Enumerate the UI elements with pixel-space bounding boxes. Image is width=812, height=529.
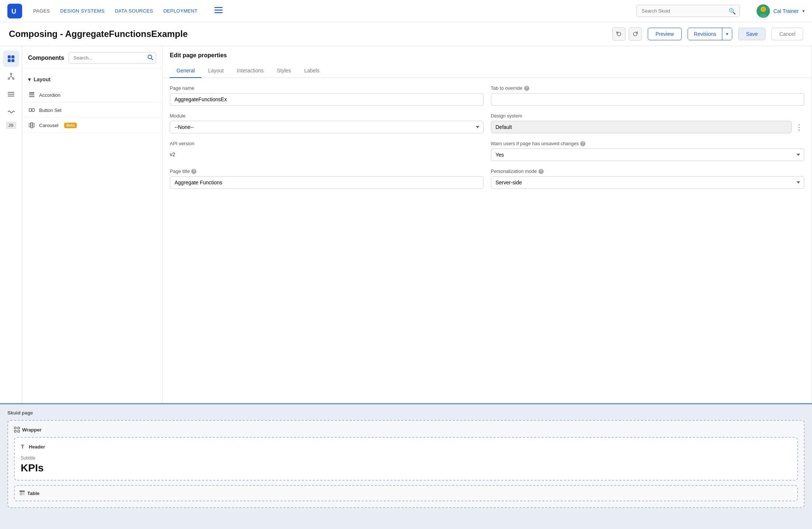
field-warn-users: Warn users if page has unsaved changes ?… <box>491 141 805 161</box>
tab-labels[interactable]: Labels <box>297 64 326 78</box>
svg-rect-12 <box>8 59 11 62</box>
header-box[interactable]: T Header Subtitle KPIs <box>14 437 798 481</box>
edit-panel-header: Edit page properties General Layout Inte… <box>162 46 812 78</box>
wrapper-box[interactable]: Wrapper T Header Subtitle KPIs Table <box>7 420 805 508</box>
undo-button[interactable] <box>612 27 626 41</box>
design-system-row: ⋮ <box>491 121 805 133</box>
sidebar-icon-components[interactable] <box>3 51 19 67</box>
svg-line-24 <box>151 58 153 60</box>
header-label: T Header <box>21 444 791 450</box>
logo[interactable]: U <box>7 4 22 18</box>
components-search-input[interactable] <box>69 52 156 64</box>
top-nav: U PAGES DESIGN SYSTEMS DATA SOURCES DEPL… <box>0 0 812 22</box>
component-item-buttonset[interactable]: Button Set <box>22 103 162 118</box>
subtitle-text: Subtitle <box>21 455 791 461</box>
svg-rect-26 <box>29 94 34 95</box>
svg-rect-10 <box>8 55 11 58</box>
component-item-accordion[interactable]: Accordion <box>22 88 162 103</box>
design-system-input[interactable] <box>491 121 792 133</box>
personalization-info-icon[interactable]: ? <box>539 169 544 174</box>
components-title: Components <box>28 55 64 61</box>
component-item-carousel[interactable]: Carousel Beta <box>22 118 162 133</box>
svg-line-18 <box>9 76 11 78</box>
nav-data-sources[interactable]: DATA SOURCES <box>115 8 153 14</box>
preview-button[interactable]: Preview <box>648 28 682 40</box>
tab-styles[interactable]: Styles <box>270 64 297 78</box>
sidebar-icon-tree[interactable] <box>3 68 19 85</box>
layout-chevron-icon: ▾ <box>28 76 31 82</box>
svg-rect-28 <box>29 109 31 112</box>
svg-rect-38 <box>20 491 25 492</box>
tab-override-input[interactable] <box>491 93 805 106</box>
search-components <box>69 52 156 64</box>
sidebar-icon-analytics[interactable] <box>3 104 19 120</box>
sidebar-icon-js[interactable]: JS <box>6 122 16 129</box>
user-name[interactable]: Cal Trainer <box>774 8 799 14</box>
warn-users-select[interactable]: Yes <box>491 149 805 161</box>
svg-rect-4 <box>214 12 223 13</box>
svg-rect-36 <box>18 430 20 432</box>
svg-rect-13 <box>11 59 14 62</box>
svg-rect-34 <box>18 427 20 429</box>
nav-pages[interactable]: PAGES <box>33 8 50 14</box>
carousel-label: Carousel <box>39 123 58 128</box>
field-page-name: Page name <box>170 85 484 106</box>
accordion-label: Accordion <box>39 92 61 98</box>
layout-section: ▾ Layout <box>22 71 162 88</box>
tab-interactions[interactable]: Interactions <box>230 64 270 78</box>
design-system-label: Design system <box>491 113 805 119</box>
warn-users-info-icon[interactable]: ? <box>580 141 585 146</box>
save-button[interactable]: Save <box>738 28 765 40</box>
field-design-system: Design system ⋮ <box>491 113 805 133</box>
field-tab-override: Tab to override ? <box>491 85 805 106</box>
cancel-button[interactable]: Cancel <box>771 28 803 40</box>
user-dropdown-icon[interactable]: ▾ <box>802 8 805 14</box>
tab-general[interactable]: General <box>170 64 202 78</box>
hamburger-btn[interactable] <box>214 7 223 15</box>
table-box[interactable]: Table <box>14 485 798 501</box>
tab-layout[interactable]: Layout <box>202 64 230 78</box>
svg-line-19 <box>11 76 13 78</box>
svg-text:T: T <box>21 444 24 450</box>
svg-point-14 <box>10 73 12 75</box>
api-version-label: API version <box>170 141 484 146</box>
sidebar-icon-menu[interactable] <box>3 86 19 102</box>
personalization-select[interactable]: Server-side <box>491 176 805 189</box>
svg-rect-29 <box>32 109 34 112</box>
svg-rect-35 <box>14 430 16 432</box>
revisions-button[interactable]: Revisions <box>688 28 723 40</box>
page-name-label: Page name <box>170 85 484 91</box>
avatar <box>757 4 770 18</box>
nav-deployment[interactable]: DEPLOYMENT <box>164 8 198 14</box>
carousel-icon <box>28 122 35 129</box>
user-area: Cal Trainer ▾ <box>757 4 805 18</box>
field-page-title: Page title ? <box>170 168 484 189</box>
kpis-text: KPIs <box>21 462 791 474</box>
layout-label: Layout <box>34 76 51 82</box>
tab-override-info-icon[interactable]: ? <box>524 86 529 91</box>
form-row-1: Page name Tab to override ? <box>170 85 804 106</box>
skuid-page: Skuid page Wrapper T Header Subtitle KPI… <box>0 404 812 514</box>
form-row-3: API version v2 Warn users if page has un… <box>170 141 804 161</box>
layout-toggle[interactable]: ▾ Layout <box>28 74 156 85</box>
field-personalization: Personalization mode ? Server-side <box>491 168 805 189</box>
redo-button[interactable] <box>629 27 642 41</box>
page-title-input[interactable] <box>170 176 484 189</box>
page-name-input[interactable] <box>170 93 484 106</box>
table-label: Table <box>19 490 793 496</box>
tab-override-label: Tab to override ? <box>491 85 805 91</box>
warn-users-label: Warn users if page has unsaved changes ? <box>491 141 805 146</box>
nav-design-systems[interactable]: DESIGN SYSTEMS <box>60 8 104 14</box>
page-title-info-icon[interactable]: ? <box>191 169 196 174</box>
search-icon: 🔍 <box>729 7 736 14</box>
buttonset-icon <box>28 106 35 114</box>
module-select[interactable]: --None-- <box>170 121 484 133</box>
revisions-dropdown-button[interactable]: ▾ <box>722 28 732 40</box>
svg-point-16 <box>13 78 14 79</box>
form-row-2: Module --None-- Design system ⋮ <box>170 113 804 133</box>
svg-point-8 <box>761 7 765 11</box>
components-search-button[interactable] <box>147 54 153 62</box>
design-system-options-icon[interactable]: ⋮ <box>794 121 804 133</box>
search-input[interactable] <box>636 5 740 17</box>
page-title: Composing - AggregateFunctionsExample <box>9 29 188 39</box>
